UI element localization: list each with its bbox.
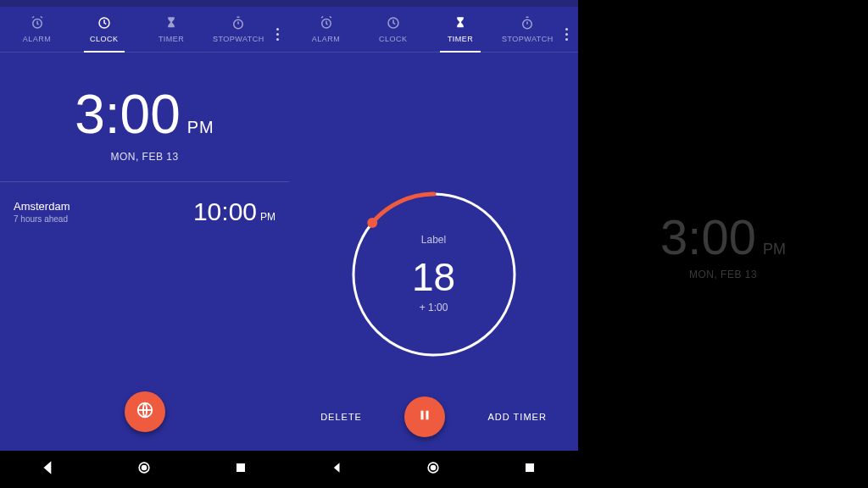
nav-back-button[interactable] — [40, 459, 57, 480]
alarm-icon — [319, 15, 334, 32]
screensaver-time-value: 3:00 — [660, 208, 756, 265]
svg-rect-16 — [526, 463, 534, 472]
svg-point-5 — [142, 465, 147, 471]
pause-button[interactable] — [404, 396, 445, 437]
world-clock-info: Amsterdam 7 hours ahead — [14, 200, 70, 224]
alarm-icon — [30, 15, 45, 32]
tab-alarm[interactable]: ALARM — [3, 12, 70, 52]
clock-time: 3:00 PM — [75, 83, 214, 146]
tab-label: STOPWATCH — [502, 35, 554, 43]
tab-timer[interactable]: TIMER — [427, 12, 494, 52]
screen-clock: ALARM CLOCK TIMER STOPWATCH 3:00 PM — [0, 0, 289, 488]
hourglass-icon — [164, 15, 179, 32]
tab-clock[interactable]: CLOCK — [359, 12, 426, 52]
svg-rect-13 — [426, 411, 429, 420]
clock-date: MON, FEB 13 — [110, 151, 178, 163]
timer-add-minute[interactable]: + 1:00 — [341, 302, 527, 313]
timer-action-row: DELETE ADD TIMER — [289, 396, 578, 437]
screen-screensaver[interactable]: 3:00 PM MON, FEB 13 — [578, 0, 868, 488]
timer-ring[interactable]: Label 18 + 1:00 — [341, 181, 527, 368]
clock-icon — [97, 15, 112, 32]
world-time-value: 10:00 — [193, 197, 257, 226]
svg-rect-6 — [236, 463, 245, 472]
tab-clock[interactable]: CLOCK — [70, 12, 137, 52]
status-bar — [289, 0, 578, 7]
world-clock-row[interactable]: Amsterdam 7 hours ahead 10:00 PM — [0, 182, 289, 241]
stopwatch-icon — [520, 15, 535, 32]
clock-ampm: PM — [187, 118, 214, 137]
nav-home-button[interactable] — [136, 459, 153, 480]
add-world-clock-button[interactable] — [125, 391, 165, 432]
tab-bar: ALARM CLOCK TIMER STOPWATCH — [289, 7, 578, 53]
tab-stopwatch[interactable]: STOPWATCH — [494, 12, 561, 52]
overflow-menu-icon[interactable] — [272, 23, 286, 41]
timer-label[interactable]: Label — [341, 234, 527, 246]
tab-bar: ALARM CLOCK TIMER STOPWATCH — [0, 7, 289, 53]
tab-label: ALARM — [312, 35, 341, 43]
world-offset: 7 hours ahead — [14, 214, 70, 224]
screensaver-content: 3:00 PM MON, FEB 13 — [578, 0, 868, 488]
nav-recents-button[interactable] — [521, 459, 538, 480]
hourglass-icon — [453, 15, 468, 32]
add-timer-button[interactable]: ADD TIMER — [488, 412, 547, 422]
status-bar — [0, 0, 289, 7]
stopwatch-icon — [231, 15, 246, 32]
screensaver-date: MON, FEB 13 — [689, 269, 757, 280]
nav-back-button[interactable] — [329, 459, 346, 480]
tab-timer[interactable]: TIMER — [138, 12, 205, 52]
tab-alarm[interactable]: ALARM — [292, 12, 359, 52]
world-time: 10:00 PM — [193, 197, 275, 226]
timer-value: 18 — [341, 254, 527, 300]
delete-button[interactable]: DELETE — [320, 412, 362, 422]
svg-point-15 — [431, 465, 437, 471]
tab-label: STOPWATCH — [213, 35, 264, 43]
android-navbar — [289, 451, 578, 488]
nav-recents-button[interactable] — [232, 459, 249, 480]
tab-label: ALARM — [23, 35, 52, 43]
tab-stopwatch[interactable]: STOPWATCH — [205, 12, 272, 52]
screensaver-ampm: PM — [763, 241, 786, 258]
screensaver-time: 3:00 PM — [660, 208, 786, 265]
globe-icon — [136, 401, 154, 423]
overflow-menu-icon[interactable] — [561, 23, 575, 41]
tab-label: TIMER — [159, 35, 185, 43]
screen-timer: ALARM CLOCK TIMER STOPWATCH — [289, 0, 578, 488]
world-time-ampm: PM — [260, 211, 275, 223]
tab-label: TIMER — [448, 35, 474, 43]
clock-time-value: 3:00 — [75, 83, 181, 146]
android-navbar — [0, 451, 289, 488]
svg-rect-12 — [421, 411, 424, 420]
clock-main: 3:00 PM MON, FEB 13 — [0, 53, 289, 182]
pause-icon — [417, 408, 432, 426]
tab-label: CLOCK — [379, 35, 408, 43]
nav-home-button[interactable] — [425, 459, 442, 480]
world-city: Amsterdam — [14, 200, 70, 213]
tab-label: CLOCK — [90, 35, 119, 43]
clock-icon — [386, 15, 401, 32]
svg-point-11 — [367, 218, 377, 228]
